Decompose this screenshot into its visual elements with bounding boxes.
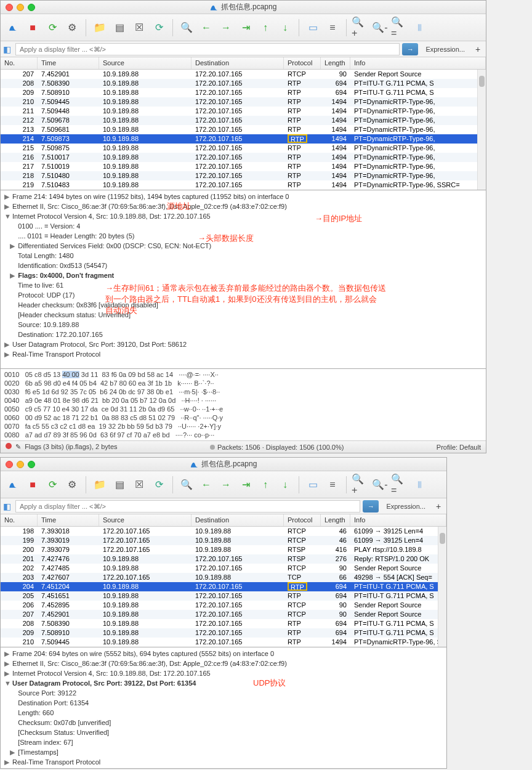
detail-line[interactable]: Source Port: 39122 [1,688,446,698]
detail-line[interactable]: 0100 .... = Version: 4 [1,221,486,231]
detail-line[interactable]: Header checksum: 0x83f6 [validation disa… [1,300,486,310]
col-protocol[interactable]: Protocol [284,57,321,69]
next-button[interactable]: → [217,19,235,36]
detail-line[interactable]: ▼ User Datagram Protocol, Src Port: 3912… [1,678,446,688]
options-button[interactable]: ⚙ [63,19,81,36]
z1-button[interactable]: 🔍= [391,19,408,36]
close-window-icon[interactable] [6,4,13,11]
hex-line[interactable]: 0070 fa c5 55 c3 c2 c1 d8 ea 19 32 2b bb… [4,422,482,431]
fin-button[interactable] [4,19,22,36]
stream-button[interactable]: ≡ [324,476,341,493]
detail-line[interactable]: [Stream index: 67] [1,737,446,747]
bookmark-icon[interactable]: ◧ [3,44,13,54]
restart-button[interactable]: ⟳ [44,476,61,493]
packet-row[interactable]: 2127.50967810.9.189.88172.20.107.165RTP1… [1,116,486,125]
packet-row[interactable]: 1997.393019172.20.107.16510.9.189.88RTCP… [1,536,446,545]
jump-button[interactable]: ⇥ [237,476,254,493]
hex-line[interactable]: 0010 05 c8 d5 13 40 00 3d 11 83 f6 0a 09… [4,370,482,379]
stop-button[interactable]: ■ [24,19,41,36]
detail-line[interactable]: ▶ Frame 214: 1494 bytes on wire (11952 b… [1,192,486,201]
titlebar[interactable]: 抓包信息.pcapng [1,458,446,471]
detail-line[interactable]: ▶ Real-Time Transport Protocol [1,349,486,359]
hex-line[interactable]: 0040 a9 0e 48 01 8e 98 d6 21 bb 20 0a 05… [4,396,482,405]
col-destination[interactable]: Destination [191,514,284,526]
col-no.[interactable]: No. [1,57,38,69]
packet-row[interactable]: 2107.50944510.9.189.88172.20.107.165RTP1… [1,638,446,647]
close-button[interactable]: ☒ [131,476,148,493]
hex-line[interactable]: 0050 c9 c5 77 10 e4 30 17 da ce 0d 31 11… [4,405,482,413]
find-button[interactable]: 🔍 [178,476,195,493]
jump-button[interactable]: ⇥ [237,19,254,36]
reload-button[interactable]: ⟳ [150,19,167,36]
col-time[interactable]: Time [38,57,99,69]
apply-filter-button[interactable]: → [363,500,379,513]
expression-button[interactable]: Expression... [421,46,470,53]
down-button[interactable]: ↓ [276,476,294,493]
display-filter-input[interactable] [15,43,400,55]
hex-line[interactable]: 0080 a7 ad d7 89 3f 85 96 0d 63 6f 97 cf… [4,431,482,439]
stop-button[interactable]: ■ [24,476,41,493]
detail-line[interactable]: Checksum: 0x07db [unverified] [1,718,446,727]
detail-line[interactable]: [Header checksum status: Unverified] [1,310,486,320]
packet-row[interactable]: 2147.50987310.9.189.88172.20.107.165RTP1… [1,134,486,144]
detail-line[interactable]: Destination: 172.20.107.165 [1,330,486,339]
packet-row[interactable]: 2027.42748510.9.189.88172.20.107.165RTCP… [1,564,446,573]
detail-line[interactable]: ▼ Internet Protocol Version 4, Src: 10.9… [1,211,486,221]
packet-row[interactable]: 2107.50944510.9.189.88172.20.107.165RTP1… [1,97,486,107]
hex-line[interactable]: 0020 6b a5 98 d0 e4 f4 05 b4 42 b7 80 60… [4,379,482,387]
zin-button[interactable]: 🔍+ [352,476,369,493]
cols-button[interactable]: ⫴ [411,19,428,36]
hex-pane[interactable]: 0010 05 c8 d5 13 40 00 3d 11 83 f6 0a 09… [1,368,486,440]
options-button[interactable]: ⚙ [63,476,81,493]
packet-row[interactable]: 2007.393079172.20.107.16510.9.189.88RTSP… [1,545,446,554]
zin-button[interactable]: 🔍+ [352,19,369,36]
seg-button[interactable]: ▭ [304,476,321,493]
reload-button[interactable]: ⟳ [150,476,167,493]
find-button[interactable]: 🔍 [178,19,195,36]
prev-button[interactable]: ← [198,476,215,493]
col-info[interactable]: Info [350,57,486,69]
packet-row[interactable]: 2197.51048310.9.189.88172.20.107.165RTP1… [1,180,486,190]
packet-list[interactable]: 1987.393018172.20.107.16510.9.189.88RTCP… [1,527,446,647]
up-button[interactable]: ↑ [257,19,274,36]
zout-button[interactable]: 🔍- [371,19,389,36]
close-window-icon[interactable] [6,461,13,468]
col-protocol[interactable]: Protocol [284,514,321,526]
detail-line[interactable]: Protocol: UDP (17) [1,290,486,300]
packet-list-headers[interactable]: No.TimeSourceDestinationProtocolLengthIn… [1,514,446,527]
col-destination[interactable]: Destination [191,57,284,69]
fin-button[interactable] [4,476,22,493]
packet-list[interactable]: 2077.45290110.9.189.88172.20.107.165RTCP… [1,70,486,190]
stream-button[interactable]: ≡ [324,19,341,36]
packet-row[interactable]: 2047.45120410.9.189.88172.20.107.165RTP6… [1,582,446,591]
packet-row[interactable]: 2137.50968110.9.189.88172.20.107.165RTP1… [1,125,486,134]
detail-line[interactable]: Length: 660 [1,708,446,718]
minimize-window-icon[interactable] [17,461,24,468]
scroll-thumb[interactable] [440,533,445,544]
scrollbar[interactable] [477,70,486,190]
close-button[interactable]: ☒ [131,19,148,36]
bookmark-icon[interactable]: ◧ [3,501,13,511]
add-filter-button[interactable]: + [433,501,444,511]
detail-line[interactable]: ▶ Flags: 0x4000, Don't fragment [1,270,486,280]
minimize-window-icon[interactable] [17,4,24,11]
detail-line[interactable]: ▶ [Timestamps] [1,747,446,757]
detail-line[interactable]: ▶ Ethernet II, Src: Cisco_86:ae:3f (70:6… [1,201,486,211]
seg-button[interactable]: ▭ [304,19,321,36]
packet-details[interactable]: 源地址 →目的IP地址 →头部数据长度 →生存时间61；通常表示包在被丢弃前最多… [1,190,486,368]
detail-line[interactable]: Time to live: 61 [1,280,486,290]
col-info[interactable]: Info [350,514,446,526]
expert-indicator-icon[interactable] [6,443,12,449]
next-button[interactable]: → [217,476,235,493]
detail-line[interactable]: Source: 10.9.189.88 [1,320,486,330]
packet-row[interactable]: 2167.51001710.9.189.88172.20.107.165RTP1… [1,153,486,162]
packet-row[interactable]: 2017.42747610.9.189.88172.20.107.165RTSP… [1,554,446,564]
hex-line[interactable]: 0030 f6 e5 1d 6d 92 35 7c 05 b6 24 0b dc… [4,387,482,396]
open-button[interactable]: 📁 [91,476,108,493]
detail-line[interactable]: Destination Port: 61354 [1,698,446,708]
col-length[interactable]: Length [321,514,350,526]
save-button[interactable]: ▤ [111,476,128,493]
scroll-thumb[interactable] [479,76,485,87]
apply-filter-button[interactable]: → [402,43,418,55]
cols-button[interactable]: ⫴ [411,476,428,493]
